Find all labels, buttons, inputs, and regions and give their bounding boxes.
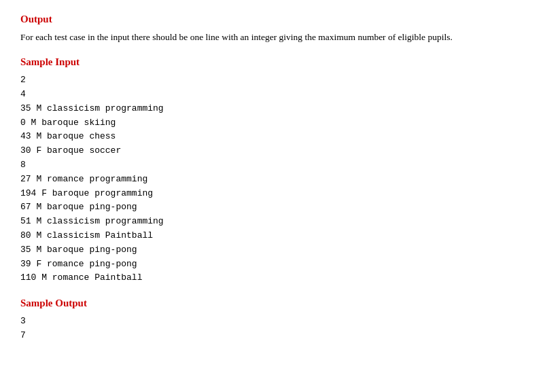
sample-input-title: Sample Input	[20, 56, 525, 68]
output-section: Output For each test case in the input t…	[20, 14, 525, 44]
sample-output-title: Sample Output	[20, 298, 525, 309]
output-title: Output	[20, 14, 525, 25]
sample-input-section: Sample Input 2 4 35 M classicism program…	[20, 56, 525, 285]
sample-output-code: 3 7	[20, 315, 525, 343]
sample-output-section: Sample Output 3 7	[20, 298, 525, 343]
sample-input-code: 2 4 35 M classicism programming 0 M baro…	[20, 73, 525, 285]
output-description: For each test case in the input there sh…	[20, 31, 525, 44]
